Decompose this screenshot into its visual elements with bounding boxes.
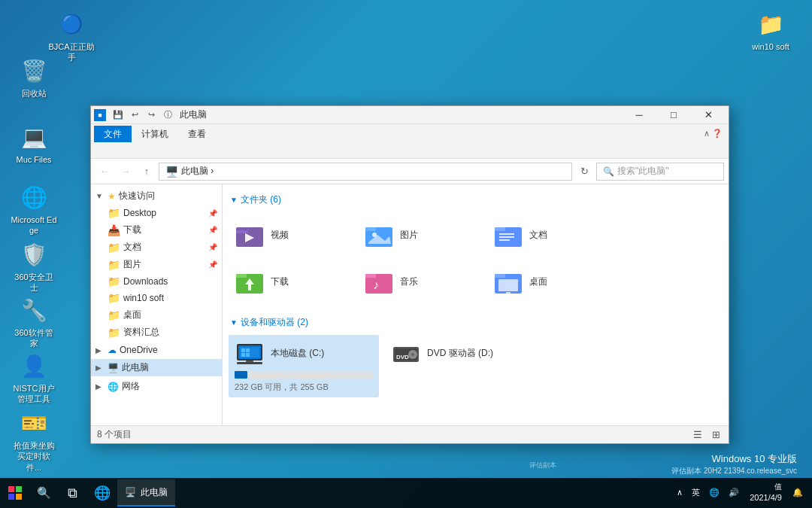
folder-music[interactable]: ♪ 音乐: [358, 259, 486, 304]
quick-properties-btn[interactable]: ⓘ: [160, 108, 175, 123]
folder-documents[interactable]: 文档: [487, 212, 615, 257]
path-text: 此电脑 ›: [181, 165, 214, 178]
sidebar-thispc-label: 此电脑: [122, 361, 149, 374]
folder-pictures-icon: [364, 221, 394, 248]
address-bar: ← → ↑ 🖥️ 此电脑 › ↻ 🔍 搜索"此电脑": [91, 159, 729, 184]
notification-button[interactable]: 🔔: [789, 488, 806, 497]
status-bar: 8 个项目 ☰ ⊞: [91, 425, 729, 443]
sidebar-download-label: 下载: [123, 224, 141, 236]
quick-save-btn[interactable]: 💾: [111, 108, 126, 123]
sidebar-item-desktop2[interactable]: 📁 桌面: [91, 306, 222, 324]
sidebar-quickaccess-label: 快速访问: [119, 190, 155, 202]
win-sub: 评估副本 20H2 21394.co.release_svc: [671, 466, 797, 476]
quick-access-toolbar: ■ 💾 ↩ ↪ ⓘ 此电脑 ─ □ ✕: [91, 106, 729, 124]
folders-section-header[interactable]: ▼ 文件夹 (6): [229, 190, 723, 209]
refresh-button[interactable]: ↻: [575, 163, 593, 181]
tray-volume-icon[interactable]: 🔊: [726, 488, 742, 497]
sidebar-summary-label: 资料汇总: [123, 326, 159, 339]
svg-rect-39: [16, 494, 22, 500]
drives-section-header[interactable]: ▼ 设备和驱动器 (2): [229, 313, 723, 332]
sidebar-item-win10soft[interactable]: 📁 win10 soft: [91, 290, 222, 306]
folder-icon-downloads: 📁: [108, 275, 120, 287]
desktop: 🗑️ 回收站 🔵 BJCA正正助手 💻 Muc Files 🌐 Microsof…: [0, 0, 812, 508]
close-button[interactable]: ✕: [691, 104, 726, 126]
svg-text:DVD: DVD: [396, 354, 409, 360]
drives-chevron: ▼: [230, 318, 238, 327]
tile-view-button[interactable]: ⊞: [709, 428, 723, 442]
folder-icon-win10soft: 📁: [108, 292, 120, 304]
start-button[interactable]: [0, 478, 30, 508]
folder-music-info: 音乐: [400, 275, 418, 288]
up-button[interactable]: ↑: [138, 163, 156, 181]
quick-undo-btn[interactable]: ↩: [127, 108, 142, 123]
tray-ime[interactable]: 英: [689, 487, 703, 498]
drive-d-name: DVD 驱动器 (D:): [427, 347, 493, 360]
folders-section-label: 文件夹 (6): [241, 193, 281, 206]
sidebar-item-pics[interactable]: 📁 图片 📌: [91, 256, 222, 273]
explorer-taskbar-button[interactable]: 🖥️ 此电脑: [117, 479, 175, 506]
tab-file[interactable]: 文件: [94, 126, 132, 142]
tray-chevron[interactable]: ∧: [674, 488, 686, 497]
status-bar-right: ☰ ⊞: [691, 428, 723, 442]
drive-d[interactable]: DVD DVD 驱动器 (D:): [385, 335, 535, 397]
desktop-icon-mac-files[interactable]: 💻 Muc Files: [8, 119, 60, 168]
task-view-button[interactable]: ⧉: [57, 478, 87, 508]
desktop-icon-360fix[interactable]: 🔧 360软件管家: [8, 292, 60, 352]
minimize-button[interactable]: ─: [622, 104, 656, 126]
folder-downloads[interactable]: 下载: [229, 259, 356, 304]
back-button[interactable]: ←: [95, 163, 114, 181]
svg-point-35: [411, 353, 414, 356]
window-title-text: 此电脑: [180, 108, 207, 121]
svg-rect-4: [365, 227, 376, 231]
ribbon-collapse-btn[interactable]: ∧ ❓: [704, 124, 723, 142]
tab-computer[interactable]: 计算机: [132, 126, 178, 142]
svg-text:♪: ♪: [373, 278, 379, 291]
sidebar-pics-label: 图片: [123, 258, 141, 271]
svg-rect-27: [241, 348, 245, 352]
sidebar-docs-label: 文档: [123, 241, 141, 254]
address-path-box[interactable]: 🖥️ 此电脑 ›: [159, 163, 572, 181]
desktop-icon-tickets[interactable]: 🎫 抢值乘坐购买定时软件...: [8, 405, 60, 476]
desktop-icon-nistc[interactable]: 👤 NISTC用户管理工具: [8, 348, 60, 408]
folder-desktop-item[interactable]: 桌面: [487, 259, 615, 304]
svg-rect-21: [506, 292, 511, 294]
tray-datetime[interactable]: 值 2021/4/9: [745, 482, 786, 503]
drives-row: 本地磁盘 (C:) 232 GB 可用，共 255 GB: [229, 332, 723, 400]
svg-rect-1: [236, 230, 248, 233]
search-button[interactable]: 🔍: [30, 478, 57, 508]
sidebar-network-header[interactable]: ▶ 🌐 网络: [91, 378, 222, 395]
sidebar-section-thispc: ▶ 🖥️ 此电脑: [91, 359, 222, 376]
tab-view[interactable]: 查看: [178, 126, 216, 142]
folder-pictures[interactable]: 图片: [358, 212, 486, 257]
folder-downloads-icon: [235, 268, 265, 295]
search-icon-taskbar: 🔍: [37, 486, 51, 500]
desktop-icon-360safe[interactable]: 🛡️ 360安全卫士: [8, 236, 60, 297]
sidebar-onedrive-header[interactable]: ▶ ☁ OneDrive: [91, 342, 222, 357]
sidebar-item-docs[interactable]: 📁 文档 📌: [91, 239, 222, 256]
desktop-icon-win10soft[interactable]: 📁 win10 soft: [744, 6, 797, 55]
search-box[interactable]: 🔍 搜索"此电脑": [596, 163, 724, 181]
tray-network-icon[interactable]: 🌐: [706, 488, 723, 497]
eval-text: 评估副本: [529, 461, 556, 470]
sidebar-item-download[interactable]: 📥 下载 📌: [91, 221, 222, 239]
quick-redo-btn[interactable]: ↪: [144, 108, 159, 123]
sidebar-thispc-header[interactable]: ▶ 🖥️ 此电脑: [91, 359, 222, 376]
drive-c[interactable]: 本地磁盘 (C:) 232 GB 可用，共 255 GB: [229, 335, 379, 397]
svg-rect-28: [246, 348, 250, 352]
sidebar-item-downloads[interactable]: 📁 Downloads: [91, 273, 222, 290]
list-view-button[interactable]: ☰: [691, 428, 704, 442]
sidebar-quickaccess-header[interactable]: ▼ ★ 快速访问: [91, 187, 222, 205]
desktop-icon-bjca[interactable]: 🔵 BJCA正正助手: [45, 6, 98, 66]
pin-icon-docs: 📌: [208, 243, 217, 251]
edge-taskbar-button[interactable]: 🌐: [87, 478, 117, 508]
sidebar-item-desktop[interactable]: 📁 Desktop 📌: [91, 205, 222, 221]
folder-video[interactable]: 视频: [229, 212, 356, 257]
desktop-icon-edge[interactable]: 🌐 Microsoft Edge: [8, 179, 60, 239]
sidebar-item-summary[interactable]: 📁 资料汇总: [91, 324, 222, 341]
maximize-button[interactable]: □: [656, 104, 691, 126]
forward-button[interactable]: →: [117, 163, 135, 181]
sidebar-section-quickaccess: ▼ ★ 快速访问 📁 Desktop 📌 📥 下载 📌: [91, 187, 222, 341]
win10-badge: Windows 10 专业版 评估副本 20H2 21394.co.releas…: [671, 452, 797, 476]
folder-music-icon: ♪: [364, 268, 394, 295]
folder-documents-icon: [493, 221, 523, 248]
